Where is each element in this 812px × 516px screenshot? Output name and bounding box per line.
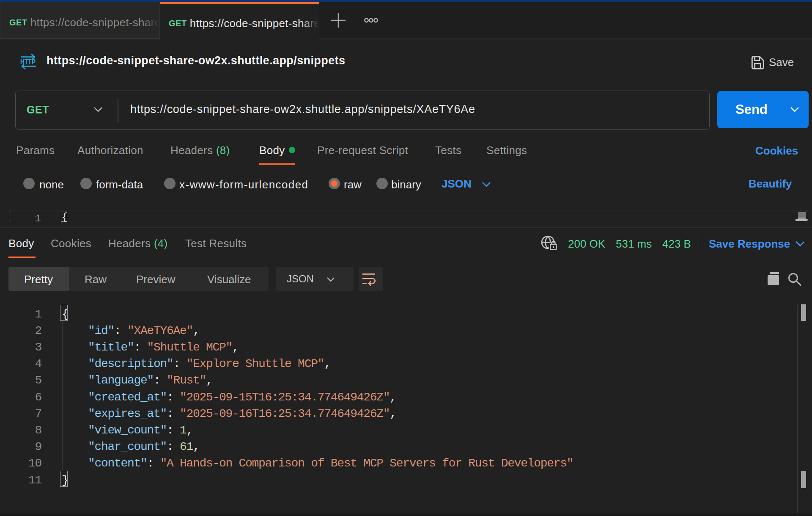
svg-text:HTTP: HTTP [20, 58, 36, 66]
